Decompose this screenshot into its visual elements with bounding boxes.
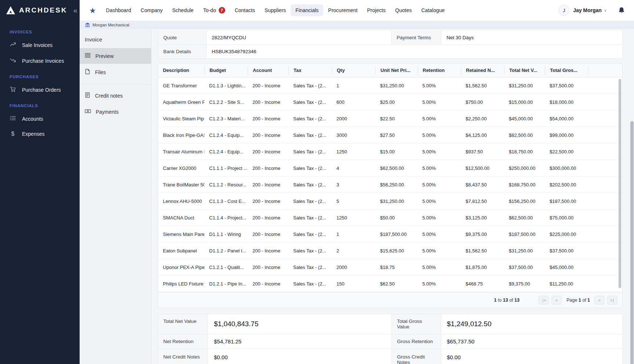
sidebar-item-accounts[interactable]: Accounts bbox=[0, 111, 80, 127]
sidebar-item-purchase-orders[interactable]: Purchase Orders bbox=[0, 82, 80, 98]
sidebar-item-credit-notes[interactable]: Credit notes bbox=[80, 87, 151, 104]
cell-tax: Sales Tax - (2... bbox=[288, 182, 332, 188]
page-scrollbar-thumb[interactable] bbox=[630, 121, 634, 364]
cell-budget: C1.1.2 - Resour... bbox=[204, 182, 248, 188]
cell-account: 200 - Income bbox=[248, 165, 288, 171]
table-row[interactable]: Siemens Main Panel D1.1.1 - Wiring 200 -… bbox=[158, 226, 622, 243]
cell-description: Victaulic Steam Pip bbox=[158, 116, 204, 121]
cell-account: 200 - Income bbox=[248, 281, 288, 287]
table-scrollbar[interactable] bbox=[619, 79, 621, 288]
user-name[interactable]: Jay Morgan bbox=[573, 7, 602, 13]
nav-schedule[interactable]: Schedule bbox=[167, 4, 198, 16]
sidebar-item-preview[interactable]: Preview bbox=[80, 48, 151, 64]
cell-tax: Sales Tax - (2... bbox=[288, 248, 332, 254]
page-scrollbar[interactable] bbox=[630, 21, 634, 364]
chevron-down-icon[interactable]: ∨ bbox=[604, 8, 607, 13]
gross-retention-value: $65,737.50 bbox=[441, 334, 622, 349]
cell-retained-net: $468.75 bbox=[461, 281, 504, 287]
gross-credit-notes-label: Gross Credit Notes bbox=[391, 349, 441, 364]
col-retained-net: Retained N... bbox=[461, 66, 504, 74]
nav-suppliers[interactable]: Suppliers bbox=[260, 4, 291, 16]
cell-unit-net-price: $31,250.00 bbox=[375, 199, 418, 204]
cell-qty: 5 bbox=[332, 199, 375, 204]
cell-qty: 3 bbox=[332, 182, 375, 188]
cell-qty: 2000 bbox=[332, 265, 375, 270]
payment-terms-label: Payment Terms bbox=[391, 30, 441, 44]
table-row[interactable]: Transair Aluminum Pi C1.2.4 - Equip... 2… bbox=[158, 143, 622, 160]
cell-description: Siemens Main Panel bbox=[158, 232, 204, 237]
total-net-value: $1,040,843.75 bbox=[208, 314, 391, 334]
table-row[interactable]: GE Transformer D1.1.3 - Lightin... 200 -… bbox=[158, 77, 622, 94]
cell-unit-net-price: $62.50 bbox=[375, 281, 418, 287]
prev-page-button[interactable]: < bbox=[551, 296, 561, 305]
cell-retained-net: $8,437.50 bbox=[461, 182, 504, 188]
last-page-button[interactable]: >| bbox=[607, 296, 617, 305]
cell-retention: 5.00% bbox=[418, 149, 461, 154]
nav-company[interactable]: Company bbox=[136, 4, 167, 16]
cell-retained-net: $1,875.00 bbox=[461, 265, 504, 270]
sidebar-item-files[interactable]: Files bbox=[80, 64, 151, 80]
cell-total-gross: $75,000.00 bbox=[545, 215, 588, 221]
table-row[interactable]: Uponor PEX-A Pipe C1.2.1 - Qualit... 200… bbox=[158, 259, 622, 276]
nav-procurement[interactable]: Procurement bbox=[323, 4, 362, 16]
sidebar-item-payments[interactable]: Payments bbox=[80, 104, 151, 120]
cell-total-net: $168,750.00 bbox=[504, 182, 545, 188]
cell-budget: C1.2.4 - Equip... bbox=[204, 132, 248, 138]
avatar[interactable]: J bbox=[558, 5, 569, 16]
nav-todo[interactable]: To-do 7 bbox=[198, 4, 230, 17]
table-row[interactable]: Trane BoilMaster 50 C1.1.2 - Resour... 2… bbox=[158, 176, 622, 193]
cell-retained-net: $1,562.50 bbox=[461, 248, 504, 254]
cell-retention: 5.00% bbox=[418, 265, 461, 270]
cell-total-gross: $37,500.00 bbox=[545, 83, 588, 88]
favorite-star-icon[interactable]: ★ bbox=[89, 7, 96, 14]
cell-qty: 2 bbox=[332, 248, 375, 254]
cell-total-gross: $202,500.00 bbox=[545, 182, 588, 188]
table-row[interactable]: Lennox AHU-5000 C1.1.3 - Cost E... 200 -… bbox=[158, 193, 622, 210]
bank-details-label: Bank Details bbox=[158, 44, 207, 58]
sidebar-item-purchase-invoices[interactable]: Purchase Invoices bbox=[0, 53, 80, 69]
col-retention: Retention bbox=[418, 66, 461, 74]
cell-account: 200 - Income bbox=[248, 116, 288, 121]
sidebar-item-expenses[interactable]: $ Expenses bbox=[0, 127, 80, 141]
table-row[interactable]: Carrier XG2000 C1.1.1 - Project ... 200 … bbox=[158, 160, 622, 176]
col-unit-net-price: Unit Net Pri... bbox=[375, 66, 418, 74]
first-page-button[interactable]: |< bbox=[539, 296, 549, 305]
cell-retained-net: $1,562.50 bbox=[461, 83, 504, 88]
cell-budget: C1.2.4 - Equip... bbox=[204, 149, 248, 154]
nav-catalogue[interactable]: Catalogue bbox=[416, 4, 449, 16]
nav-projects[interactable]: Projects bbox=[362, 4, 390, 16]
main-content: Quote 2822/MYQCDU Payment Terms Net 30 D… bbox=[152, 29, 634, 364]
nav-contacts[interactable]: Contacts bbox=[230, 4, 260, 16]
table-row[interactable]: Eaton Subpanel D1.1.2 - Panel I... 200 -… bbox=[158, 243, 622, 259]
total-gross-value-label: Total Gross Value bbox=[391, 314, 441, 334]
cell-retention: 5.00% bbox=[418, 281, 461, 287]
cell-qty: 1250 bbox=[332, 149, 375, 154]
table-pagination: 1 to 13 of 13 |< < Page 1 of 1 > >| bbox=[158, 292, 622, 308]
nav-dashboard[interactable]: Dashboard bbox=[101, 4, 136, 16]
cell-description: Eaton Subpanel bbox=[158, 248, 204, 254]
sidebar-collapse-icon[interactable]: « bbox=[73, 6, 77, 15]
table-row[interactable]: Philips LED Fixture D1.2.1 - Pipe In... … bbox=[158, 276, 622, 292]
nav-quotes[interactable]: Quotes bbox=[390, 4, 416, 16]
table-row[interactable]: Aquatherm Green P C1.2.2 - Site S... 200… bbox=[158, 94, 622, 110]
sidebar-item-sale-invoices[interactable]: Sale Invoices bbox=[0, 37, 80, 53]
gross-retention-label: Gross Retention bbox=[391, 334, 441, 349]
cell-retention: 5.00% bbox=[418, 165, 461, 171]
cell-unit-net-price: $50.00 bbox=[375, 215, 418, 221]
cell-retained-net: $4,125.00 bbox=[461, 132, 504, 138]
col-account: Account bbox=[248, 66, 288, 74]
table-row[interactable]: SMACNA Duct C1.1.4 - Project... 200 - In… bbox=[158, 210, 622, 226]
breadcrumb-company[interactable]: Morgan Mechanical bbox=[92, 23, 129, 27]
cell-total-net: $187,500.00 bbox=[504, 232, 545, 237]
user-area: J Jay Morgan ∨ bbox=[558, 5, 634, 16]
cell-total-net: $45,000.00 bbox=[504, 116, 545, 121]
cell-retained-net: $2,250.00 bbox=[461, 116, 504, 121]
next-page-button[interactable]: > bbox=[594, 296, 604, 305]
invoice-sidebar-title: Invoice bbox=[80, 29, 151, 48]
table-row[interactable]: Victaulic Steam Pip C1.2.3 - Materi... 2… bbox=[158, 110, 622, 127]
cell-qty: 150 bbox=[332, 281, 375, 287]
nav-financials[interactable]: Financials bbox=[291, 4, 323, 16]
cell-retention: 5.00% bbox=[418, 199, 461, 204]
table-row[interactable]: Black Iron Pipe-GAS C1.2.4 - Equip... 20… bbox=[158, 127, 622, 143]
notification-bell-icon[interactable] bbox=[618, 7, 625, 14]
